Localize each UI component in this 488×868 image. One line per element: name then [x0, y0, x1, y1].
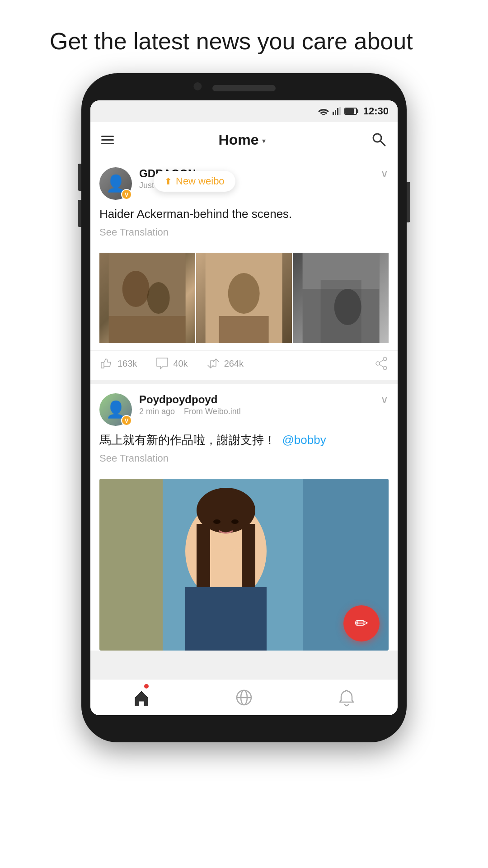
- new-weibo-toast[interactable]: ⬆ New weibo: [154, 171, 235, 192]
- from-tag-poyd: From Weibo.intl: [184, 407, 241, 416]
- post-single-image-2[interactable]: ✏: [99, 479, 389, 651]
- svg-point-32: [231, 519, 239, 524]
- svg-rect-1: [335, 110, 336, 115]
- phone-wrapper: 12:30 Home ▾: [81, 73, 407, 742]
- home-nav-icon: [132, 689, 150, 707]
- post-image-1-1[interactable]: [99, 253, 195, 343]
- card-header-2: 👤 V Poydpoydpoyd 2 min ago From Weibo.in…: [90, 384, 398, 431]
- avatar-container-poyd: 👤 V: [99, 393, 132, 426]
- feed-area[interactable]: 👤 V GDRAGON Just now From: [90, 158, 398, 679]
- svg-line-5: [380, 141, 385, 146]
- new-weibo-arrow-icon: ⬆: [164, 176, 172, 187]
- hamburger-menu-button[interactable]: [101, 136, 114, 144]
- home-notification-dot: [144, 684, 149, 689]
- post-card-2: 👤 V Poydpoydpoyd 2 min ago From Weibo.in…: [90, 384, 398, 651]
- like-icon-1: [99, 356, 114, 371]
- card-meta-poyd: Poydpoydpoyd 2 min ago From Weibo.intl: [139, 393, 380, 416]
- page-headline: Get the latest news you care about: [50, 0, 438, 73]
- volume-up-button: [78, 164, 81, 191]
- search-button[interactable]: [371, 131, 387, 149]
- verified-badge-poyd: V: [121, 415, 132, 426]
- post-text-2-main: 馬上就有新的作品啦，謝謝支持！: [99, 433, 276, 447]
- repost-button-1[interactable]: 264k: [206, 356, 244, 371]
- see-translation-2[interactable]: See Translation: [99, 453, 389, 464]
- svg-point-17: [383, 357, 387, 361]
- power-button: [407, 182, 410, 222]
- svg-rect-16: [320, 280, 361, 343]
- avatar-container-gdragon: 👤 V: [99, 167, 132, 200]
- home-title-group[interactable]: Home ▾: [219, 132, 266, 148]
- repost-icon-1: [206, 356, 221, 371]
- home-title-text: Home: [219, 132, 259, 148]
- like-count-1: 163k: [117, 359, 137, 369]
- comment-count-1: 40k: [173, 359, 188, 369]
- compose-fab-button[interactable]: ✏: [343, 605, 380, 642]
- username-poyd: Poydpoydpoyd: [139, 393, 380, 406]
- phone-camera: [193, 82, 202, 90]
- nav-explore-button[interactable]: [193, 679, 296, 715]
- signal-icon: [333, 107, 341, 115]
- svg-rect-2: [337, 108, 338, 115]
- svg-point-8: [147, 282, 170, 314]
- like-button-1[interactable]: 163k: [99, 356, 137, 371]
- svg-point-19: [383, 366, 387, 370]
- svg-line-20: [380, 360, 384, 363]
- post-text-1: Haider Ackerman-behind the scenes.: [99, 205, 389, 223]
- wifi-icon: [318, 107, 329, 115]
- post-card-1: 👤 V GDRAGON Just now From: [90, 158, 398, 380]
- svg-rect-28: [197, 524, 210, 592]
- svg-rect-24: [99, 479, 163, 651]
- post-image-1-3[interactable]: [293, 253, 389, 343]
- status-bar: 12:30: [90, 100, 398, 122]
- share-icon-1: [374, 356, 389, 371]
- collapse-button-2[interactable]: ∨: [380, 393, 389, 406]
- comment-button-1[interactable]: 40k: [155, 356, 188, 371]
- svg-line-21: [380, 364, 384, 367]
- post-mention-2[interactable]: @bobby: [282, 433, 326, 447]
- post-text-2: 馬上就有新的作品啦，謝謝支持！ @bobby: [99, 431, 389, 449]
- share-button-1[interactable]: [374, 356, 389, 371]
- svg-rect-9: [109, 316, 186, 343]
- phone-speaker: [212, 85, 276, 91]
- svg-point-31: [213, 519, 221, 524]
- compose-icon: ✏: [355, 614, 368, 633]
- card-header-1: 👤 V GDRAGON Just now From: [90, 158, 398, 205]
- volume-down-button: [78, 200, 81, 227]
- card-content-2: 馬上就有新的作品啦，謝謝支持！ @bobby See Translation: [90, 431, 398, 479]
- nav-notifications-button[interactable]: [295, 679, 398, 715]
- image-grid-1: [99, 253, 389, 343]
- collapse-button-1[interactable]: ∨: [380, 167, 389, 180]
- svg-point-11: [228, 273, 260, 314]
- post-image-1-2[interactable]: [196, 253, 291, 343]
- app-header: Home ▾: [90, 122, 398, 158]
- repost-count-1: 264k: [224, 359, 244, 369]
- svg-rect-30: [185, 587, 267, 651]
- verified-badge-gdragon: V: [121, 189, 132, 200]
- svg-point-7: [122, 271, 150, 307]
- phone-screen: 12:30 Home ▾: [90, 100, 398, 715]
- explore-nav-icon: [234, 688, 254, 708]
- timestamp-poyd: 2 min ago: [139, 407, 175, 416]
- search-icon: [371, 131, 387, 147]
- action-bar-1: 163k 40k: [90, 350, 398, 380]
- svg-rect-0: [333, 112, 334, 115]
- card-sub-poyd: 2 min ago From Weibo.intl: [139, 407, 380, 416]
- notifications-nav-icon: [338, 689, 356, 707]
- phone-frame: 12:30 Home ▾: [81, 73, 407, 742]
- nav-home-button[interactable]: [90, 679, 193, 715]
- svg-rect-12: [219, 316, 269, 343]
- svg-point-18: [376, 362, 380, 365]
- comment-icon-1: [155, 356, 169, 371]
- svg-rect-3: [339, 107, 341, 115]
- svg-rect-29: [242, 524, 255, 592]
- dropdown-arrow-icon: ▾: [262, 137, 266, 145]
- status-icons: 12:30: [318, 105, 389, 117]
- new-weibo-text: New weibo: [176, 175, 225, 187]
- bottom-nav: [90, 679, 398, 715]
- card-content-1: Haider Ackerman-behind the scenes. See T…: [90, 205, 398, 253]
- see-translation-1[interactable]: See Translation: [99, 226, 389, 238]
- battery-icon: [344, 108, 357, 115]
- status-time: 12:30: [363, 105, 389, 117]
